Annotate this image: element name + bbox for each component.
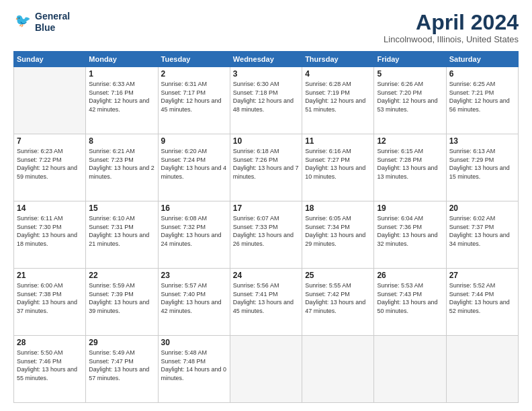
day-number: 30 <box>161 338 227 347</box>
calendar-day-cell: 3Sunrise: 6:30 AMSunset: 7:18 PMDaylight… <box>230 67 302 134</box>
day-info: Sunrise: 5:52 AMSunset: 7:44 PMDaylight:… <box>449 281 515 315</box>
day-info: Sunrise: 5:56 AMSunset: 7:41 PMDaylight:… <box>233 281 299 315</box>
calendar-week-row: 1Sunrise: 6:33 AMSunset: 7:16 PMDaylight… <box>14 67 519 134</box>
calendar-table: SundayMondayTuesdayWednesdayThursdayFrid… <box>13 51 519 403</box>
calendar-day-cell: 30Sunrise: 5:48 AMSunset: 7:48 PMDayligh… <box>158 336 230 403</box>
calendar-day-cell: 21Sunrise: 6:00 AMSunset: 7:38 PMDayligh… <box>14 269 86 336</box>
calendar-day-cell: 29Sunrise: 5:49 AMSunset: 7:47 PMDayligh… <box>86 336 158 403</box>
calendar-day-cell: 22Sunrise: 5:59 AMSunset: 7:39 PMDayligh… <box>86 269 158 336</box>
weekday-header-cell: Thursday <box>302 52 374 67</box>
day-number: 5 <box>377 69 443 79</box>
day-info: Sunrise: 6:33 AMSunset: 7:16 PMDaylight:… <box>89 80 154 113</box>
calendar-day-cell: 12Sunrise: 6:15 AMSunset: 7:28 PMDayligh… <box>374 134 446 201</box>
calendar-day-cell: 13Sunrise: 6:13 AMSunset: 7:29 PMDayligh… <box>446 134 518 201</box>
day-number: 13 <box>449 136 515 146</box>
day-number: 16 <box>161 203 227 213</box>
day-info: Sunrise: 5:55 AMSunset: 7:42 PMDaylight:… <box>305 281 371 315</box>
day-number: 1 <box>89 69 154 79</box>
day-number: 11 <box>305 136 371 146</box>
day-number: 8 <box>89 136 154 146</box>
calendar-day-cell <box>230 336 302 403</box>
day-info: Sunrise: 6:25 AMSunset: 7:21 PMDaylight:… <box>449 80 515 113</box>
day-info: Sunrise: 6:18 AMSunset: 7:26 PMDaylight:… <box>233 147 299 181</box>
day-info: Sunrise: 5:49 AMSunset: 7:47 PMDaylight:… <box>89 349 154 382</box>
calendar-day-cell <box>302 336 374 403</box>
svg-text:🐦: 🐦 <box>15 13 32 28</box>
day-number: 27 <box>449 271 515 280</box>
day-info: Sunrise: 6:31 AMSunset: 7:17 PMDaylight:… <box>161 80 227 113</box>
day-number: 18 <box>305 203 371 213</box>
weekday-header-cell: Friday <box>374 52 446 67</box>
day-number: 14 <box>17 203 83 213</box>
calendar-day-cell: 18Sunrise: 6:05 AMSunset: 7:34 PMDayligh… <box>302 201 374 269</box>
day-number: 21 <box>17 271 83 280</box>
calendar-day-cell: 27Sunrise: 5:52 AMSunset: 7:44 PMDayligh… <box>446 269 518 336</box>
calendar-day-cell: 25Sunrise: 5:55 AMSunset: 7:42 PMDayligh… <box>302 269 374 336</box>
calendar-day-cell: 19Sunrise: 6:04 AMSunset: 7:36 PMDayligh… <box>374 201 446 269</box>
calendar-day-cell <box>374 336 446 403</box>
calendar-day-cell: 4Sunrise: 6:28 AMSunset: 7:19 PMDaylight… <box>302 67 374 134</box>
day-info: Sunrise: 5:50 AMSunset: 7:46 PMDaylight:… <box>17 349 83 382</box>
day-number: 28 <box>17 338 83 347</box>
day-info: Sunrise: 6:13 AMSunset: 7:29 PMDaylight:… <box>449 147 515 181</box>
day-info: Sunrise: 6:26 AMSunset: 7:20 PMDaylight:… <box>377 80 443 113</box>
logo-text: General Blue <box>35 11 70 34</box>
day-number: 6 <box>449 69 515 79</box>
weekday-header-row: SundayMondayTuesdayWednesdayThursdayFrid… <box>14 52 519 67</box>
weekday-header-cell: Monday <box>86 52 158 67</box>
calendar-week-row: 21Sunrise: 6:00 AMSunset: 7:38 PMDayligh… <box>14 269 519 336</box>
calendar-day-cell: 5Sunrise: 6:26 AMSunset: 7:20 PMDaylight… <box>374 67 446 134</box>
calendar-week-row: 7Sunrise: 6:23 AMSunset: 7:22 PMDaylight… <box>14 134 519 201</box>
weekday-header-cell: Saturday <box>446 52 518 67</box>
calendar-day-cell: 15Sunrise: 6:10 AMSunset: 7:31 PMDayligh… <box>86 201 158 269</box>
calendar-day-cell: 26Sunrise: 5:53 AMSunset: 7:43 PMDayligh… <box>374 269 446 336</box>
weekday-header-cell: Sunday <box>14 52 86 67</box>
day-info: Sunrise: 6:11 AMSunset: 7:30 PMDaylight:… <box>17 214 83 248</box>
day-number: 19 <box>377 203 443 213</box>
day-info: Sunrise: 5:48 AMSunset: 7:48 PMDaylight:… <box>161 349 227 382</box>
calendar-body: 1Sunrise: 6:33 AMSunset: 7:16 PMDaylight… <box>14 67 519 403</box>
calendar-day-cell <box>446 336 518 403</box>
calendar-day-cell: 8Sunrise: 6:21 AMSunset: 7:23 PMDaylight… <box>86 134 158 201</box>
day-number: 24 <box>233 271 299 280</box>
day-number: 10 <box>233 136 299 146</box>
day-number: 25 <box>305 271 371 280</box>
calendar-day-cell: 10Sunrise: 6:18 AMSunset: 7:26 PMDayligh… <box>230 134 302 201</box>
day-info: Sunrise: 6:16 AMSunset: 7:27 PMDaylight:… <box>305 147 371 181</box>
day-info: Sunrise: 6:20 AMSunset: 7:24 PMDaylight:… <box>161 147 227 181</box>
day-number: 9 <box>161 136 227 146</box>
calendar-day-cell: 23Sunrise: 5:57 AMSunset: 7:40 PMDayligh… <box>158 269 230 336</box>
day-info: Sunrise: 5:53 AMSunset: 7:43 PMDaylight:… <box>377 281 443 315</box>
logo: 🐦 General Blue <box>13 11 70 34</box>
day-number: 12 <box>377 136 443 146</box>
day-info: Sunrise: 6:08 AMSunset: 7:32 PMDaylight:… <box>161 214 227 248</box>
day-info: Sunrise: 6:04 AMSunset: 7:36 PMDaylight:… <box>377 214 443 248</box>
day-info: Sunrise: 6:02 AMSunset: 7:37 PMDaylight:… <box>449 214 515 248</box>
day-info: Sunrise: 6:10 AMSunset: 7:31 PMDaylight:… <box>89 214 154 248</box>
logo-icon: 🐦 <box>13 13 32 32</box>
page: 🐦 General Blue April 2024 Lincolnwood, I… <box>0 0 532 411</box>
day-number: 7 <box>17 136 83 146</box>
weekday-header-cell: Wednesday <box>230 52 302 67</box>
calendar-day-cell: 6Sunrise: 6:25 AMSunset: 7:21 PMDaylight… <box>446 67 518 134</box>
calendar-day-cell: 11Sunrise: 6:16 AMSunset: 7:27 PMDayligh… <box>302 134 374 201</box>
calendar-day-cell: 2Sunrise: 6:31 AMSunset: 7:17 PMDaylight… <box>158 67 230 134</box>
day-info: Sunrise: 6:23 AMSunset: 7:22 PMDaylight:… <box>17 147 83 181</box>
day-number: 26 <box>377 271 443 280</box>
day-number: 15 <box>89 203 154 213</box>
calendar-week-row: 14Sunrise: 6:11 AMSunset: 7:30 PMDayligh… <box>14 201 519 269</box>
header: 🐦 General Blue April 2024 Lincolnwood, I… <box>13 11 519 44</box>
calendar-day-cell: 1Sunrise: 6:33 AMSunset: 7:16 PMDaylight… <box>86 67 158 134</box>
calendar-day-cell: 14Sunrise: 6:11 AMSunset: 7:30 PMDayligh… <box>14 201 86 269</box>
weekday-header-cell: Tuesday <box>158 52 230 67</box>
calendar-day-cell: 7Sunrise: 6:23 AMSunset: 7:22 PMDaylight… <box>14 134 86 201</box>
day-number: 4 <box>305 69 371 79</box>
day-info: Sunrise: 6:28 AMSunset: 7:19 PMDaylight:… <box>305 80 371 113</box>
day-number: 3 <box>233 69 299 79</box>
day-number: 20 <box>449 203 515 213</box>
day-number: 22 <box>89 271 154 280</box>
calendar-week-row: 28Sunrise: 5:50 AMSunset: 7:46 PMDayligh… <box>14 336 519 403</box>
day-info: Sunrise: 5:59 AMSunset: 7:39 PMDaylight:… <box>89 281 154 315</box>
day-info: Sunrise: 6:05 AMSunset: 7:34 PMDaylight:… <box>305 214 371 248</box>
calendar-day-cell: 24Sunrise: 5:56 AMSunset: 7:41 PMDayligh… <box>230 269 302 336</box>
